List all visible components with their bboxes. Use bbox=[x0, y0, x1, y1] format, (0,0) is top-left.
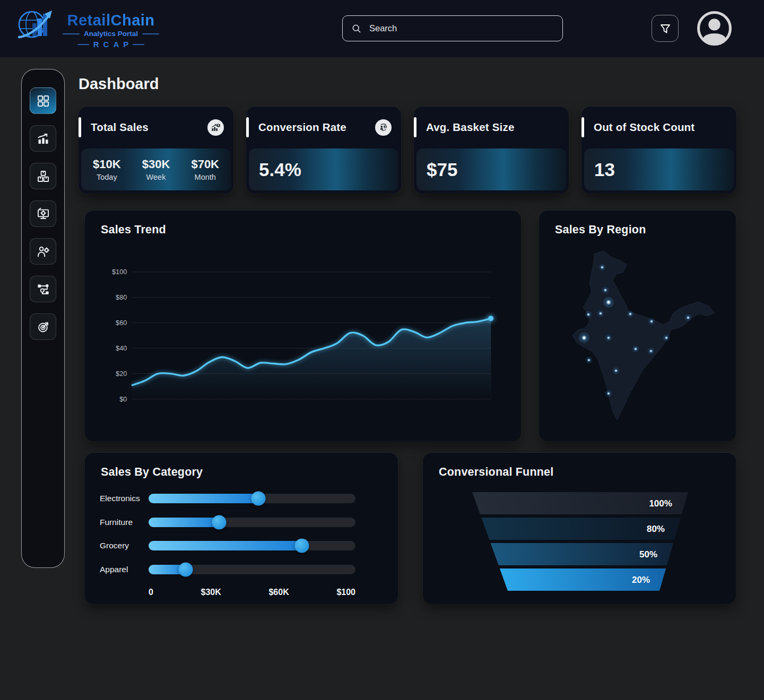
kpi-card-avg-basket-size: Avg. Basket Size $75 bbox=[414, 107, 569, 194]
monitor-gear-icon bbox=[36, 207, 50, 221]
conversion-funnel-panel: Conversional Funnel 100%80%50%20% bbox=[423, 453, 736, 604]
category-sliders: Electronics Furniture Grocery Apparel bbox=[100, 487, 383, 597]
svg-text:$60: $60 bbox=[116, 319, 127, 327]
category-label: Furniture bbox=[100, 518, 149, 527]
divider-line bbox=[77, 44, 89, 45]
category-slider-furniture[interactable] bbox=[149, 518, 355, 527]
axis-tick: $60K bbox=[268, 588, 289, 597]
divider-line bbox=[133, 44, 144, 45]
funnel-chart: 100%80%50%20% bbox=[456, 492, 706, 596]
panel-title: Sales By Region bbox=[555, 223, 646, 237]
charts-row: Sales Trend $100$80$60$40$20$0 Sales By … bbox=[85, 211, 736, 441]
brand-name: RetailChain bbox=[67, 12, 155, 29]
search-icon bbox=[351, 23, 362, 34]
category-row: Furniture bbox=[100, 511, 383, 535]
kpi-value: $75 bbox=[416, 148, 566, 190]
divider-line bbox=[142, 33, 159, 34]
kpi-body: $10K Today $30K Week $70K Month bbox=[81, 148, 231, 190]
category-row: Grocery bbox=[100, 534, 383, 558]
kpi-card-total-sales: Total Sales $ $10K bbox=[79, 107, 233, 194]
slider-thumb[interactable] bbox=[179, 562, 193, 576]
category-slider-apparel[interactable] bbox=[149, 565, 355, 574]
svg-text:$40: $40 bbox=[116, 344, 127, 352]
stat-today: $10K Today bbox=[93, 158, 121, 181]
search-input[interactable] bbox=[368, 23, 554, 34]
kpi-body: 13 bbox=[584, 148, 734, 190]
kpi-title: Avg. Basket Size bbox=[426, 121, 559, 134]
brand-acronym: RCAP bbox=[77, 40, 145, 49]
kpi-body: $75 bbox=[416, 148, 566, 190]
page-title: Dashboard bbox=[79, 75, 736, 93]
sidebar-item-targets[interactable] bbox=[30, 313, 56, 340]
slider-thumb[interactable] bbox=[212, 515, 226, 529]
grid-icon bbox=[36, 94, 50, 108]
sidebar-item-analytics[interactable] bbox=[30, 125, 56, 152]
category-row: Electronics bbox=[100, 487, 383, 511]
target-arrow-icon bbox=[36, 320, 50, 334]
svg-text:$100: $100 bbox=[112, 268, 127, 276]
brand-subtitle: Analytics Portal bbox=[63, 30, 159, 38]
flowchart-icon bbox=[36, 282, 50, 296]
axis-tick: $30K bbox=[201, 588, 221, 597]
category-slider-grocery[interactable] bbox=[149, 541, 355, 550]
slider-fill bbox=[149, 541, 302, 550]
svg-text:100%: 100% bbox=[649, 498, 672, 509]
sales-by-region-panel: Sales By Region bbox=[539, 211, 736, 441]
kpi-title: Conversion Rate bbox=[258, 121, 375, 134]
slider-thumb[interactable] bbox=[294, 539, 309, 553]
search-box[interactable] bbox=[342, 15, 563, 41]
slider-fill bbox=[149, 494, 258, 503]
axis-tick: $100 bbox=[336, 588, 355, 597]
category-axis: 0$30K$60K$100 bbox=[149, 588, 355, 597]
svg-text:20%: 20% bbox=[632, 575, 650, 585]
sidebar-item-customers[interactable] bbox=[30, 238, 56, 265]
packages-icon bbox=[36, 169, 50, 183]
panel-title: Conversional Funnel bbox=[439, 466, 553, 479]
category-slider-electronics[interactable] bbox=[149, 494, 355, 503]
kpi-title: Out of Stock Count bbox=[594, 121, 727, 134]
brand-logo: RetailChain Analytics Portal RCAP bbox=[15, 3, 159, 52]
bar-chart-arrow-icon bbox=[36, 132, 50, 146]
slider-fill bbox=[149, 518, 219, 527]
filter-button[interactable] bbox=[652, 15, 679, 42]
svg-text:$80: $80 bbox=[116, 293, 127, 301]
sales-trend-chart: $100$80$60$40$20$0 bbox=[90, 266, 509, 423]
kpi-card-conversion-rate: Conversion Rate $ 5.4% bbox=[246, 107, 401, 194]
stat-month: $70K Month bbox=[191, 158, 219, 181]
panel-title: Sales Trend bbox=[101, 223, 166, 237]
brand-logo-icon bbox=[15, 3, 59, 52]
svg-text:$20: $20 bbox=[116, 370, 127, 378]
sidebar-item-workflow[interactable] bbox=[30, 276, 56, 302]
axis-tick: 0 bbox=[149, 588, 153, 597]
card-accent-bar bbox=[581, 117, 584, 137]
sidebar-item-reports[interactable] bbox=[30, 200, 56, 227]
svg-text:50%: 50% bbox=[639, 549, 657, 559]
stat-week: $30K Week bbox=[142, 158, 170, 181]
card-accent-bar bbox=[246, 117, 249, 137]
svg-text:$0: $0 bbox=[119, 395, 127, 403]
kpi-value: 5.4% bbox=[249, 148, 398, 190]
sales-by-category-panel: Sales By Category Electronics Furniture … bbox=[85, 453, 398, 604]
category-row: Apparel bbox=[100, 558, 383, 582]
sidebar-item-inventory[interactable] bbox=[30, 163, 56, 189]
user-avatar[interactable] bbox=[697, 11, 732, 46]
card-accent-bar bbox=[414, 117, 416, 137]
kpi-row: Total Sales $ $10K bbox=[79, 107, 736, 194]
region-map bbox=[557, 249, 722, 426]
kpi-card-out-of-stock: Out of Stock Count 13 bbox=[581, 107, 736, 194]
svg-text:80%: 80% bbox=[647, 524, 665, 534]
sales-chart-coin-icon: $ bbox=[207, 119, 224, 136]
panel-title: Sales By Category bbox=[101, 466, 203, 479]
user-gear-icon bbox=[36, 244, 50, 259]
svg-text:$: $ bbox=[385, 125, 386, 128]
card-accent-bar bbox=[79, 117, 81, 137]
filter-icon bbox=[659, 22, 672, 35]
sidebar-item-dashboard[interactable] bbox=[30, 88, 56, 114]
main-content: Dashboard Total Sales $ bbox=[79, 69, 736, 604]
category-label: Electronics bbox=[100, 494, 149, 503]
person-coin-sync-icon: $ bbox=[375, 119, 392, 136]
user-avatar-icon bbox=[697, 11, 732, 46]
svg-text:$: $ bbox=[218, 124, 219, 127]
sidebar-nav bbox=[21, 69, 65, 568]
slider-thumb[interactable] bbox=[251, 492, 265, 506]
